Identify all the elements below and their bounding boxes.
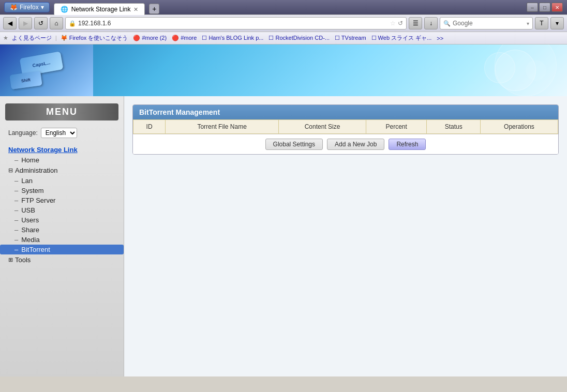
bittorrent-management-panel: BitTorrent Management ID Torrent File Na… xyxy=(132,104,559,155)
col-id: ID xyxy=(133,120,166,134)
col-operations: Operations xyxy=(480,120,558,134)
tab-title: Network Storage Link xyxy=(71,6,131,13)
main-area: MENU Language: English Network Storage L… xyxy=(0,96,567,376)
sidebar-toggle[interactable]: ▾ xyxy=(550,17,564,29)
refresh-button[interactable]: Refresh xyxy=(389,139,426,150)
sidebar-item-usb[interactable]: USB xyxy=(0,205,124,215)
bittorrent-title: BitTorrent Management xyxy=(133,105,558,119)
minimize-button[interactable]: – xyxy=(527,3,538,12)
navigation-bar: ◀ ▶ ↺ ⌂ 🔒 192.168.1.6 ☆ ↺ ☰ ↓ 🔍 Google ▾… xyxy=(0,14,567,32)
firefox-icon: 🦊 xyxy=(10,4,18,11)
menu-button[interactable]: T xyxy=(535,17,548,29)
col-torrent-file-name: Torrent File Name xyxy=(166,120,279,134)
firefox-label: Firefox xyxy=(20,4,39,11)
maximize-button[interactable]: □ xyxy=(539,3,550,12)
sidebar-section-administration[interactable]: Administration xyxy=(0,165,124,176)
close-button[interactable]: ✕ xyxy=(551,3,563,12)
address-bar[interactable]: 🔒 192.168.1.6 ☆ ↺ xyxy=(65,17,407,29)
bookmarks-bar: ★ よく見るページ | 🦊 Firefox を使いこなそう 🔴 #more (2… xyxy=(0,32,567,44)
sidebar-item-share[interactable]: Share xyxy=(0,225,124,235)
bookmark-3[interactable]: 🔴 #more (2) xyxy=(131,35,168,41)
col-percent: Percent xyxy=(366,120,427,134)
bookmark-2[interactable]: 🦊 Firefox を使いこなそう xyxy=(59,34,130,42)
header-banner: CapsL... Shift xyxy=(0,44,567,96)
search-placeholder: Google xyxy=(453,20,525,27)
sidebar-item-home[interactable]: Home xyxy=(0,155,124,165)
keyboard-image: CapsL... Shift xyxy=(0,44,93,96)
reload-small-icon[interactable]: ↺ xyxy=(398,20,403,27)
new-tab-button[interactable]: + xyxy=(149,4,159,14)
sidebar-item-lan[interactable]: Lan xyxy=(0,176,124,186)
language-label: Language: xyxy=(8,129,38,137)
bittorrent-table: ID Torrent File Name Content Size Percen… xyxy=(133,119,558,134)
dropdown-arrow: ▾ xyxy=(41,4,44,11)
bookmark-1[interactable]: よく見るページ xyxy=(10,34,53,42)
search-engine-icon: 🔍 xyxy=(443,20,451,27)
bookmark-5[interactable]: ☐ Ham's BLOG Link p... xyxy=(200,35,265,41)
col-content-size: Content Size xyxy=(279,120,366,134)
sidebar-item-users[interactable]: Users xyxy=(0,215,124,225)
bookmark-4[interactable]: 🔴 #more xyxy=(170,35,198,41)
sidebar: MENU Language: English Network Storage L… xyxy=(0,96,124,376)
tab-favicon: 🌐 xyxy=(61,6,68,13)
menu-header: MENU xyxy=(5,103,118,120)
titlebar: 🦊 Firefox ▾ 🌐 Network Storage Link ✕ + –… xyxy=(0,0,567,14)
tab-close-icon[interactable]: ✕ xyxy=(133,6,138,13)
firefox-menu-button[interactable]: 🦊 Firefox ▾ xyxy=(4,2,50,12)
sidebar-item-media[interactable]: Media xyxy=(0,235,124,245)
bookmarks-star: ★ xyxy=(3,35,8,41)
sidebar-item-system[interactable]: System xyxy=(0,186,124,195)
col-status: Status xyxy=(427,120,481,134)
active-tab[interactable]: 🌐 Network Storage Link ✕ xyxy=(54,3,145,15)
sidebar-item-bittorrent[interactable]: BitTorrent xyxy=(0,245,124,254)
bittorrent-footer: Global Settings Add a New Job Refresh xyxy=(133,134,558,154)
home-label: Home xyxy=(21,156,39,164)
shift-key: Shift xyxy=(9,71,42,89)
search-dropdown-icon[interactable]: ▾ xyxy=(527,21,529,26)
security-icon: 🔒 xyxy=(69,20,76,27)
sidebar-section-tools[interactable]: Tools xyxy=(0,254,124,265)
language-row: Language: English xyxy=(0,126,124,140)
add-new-job-button[interactable]: Add a New Job xyxy=(327,139,384,150)
bookmark-8[interactable]: ☐ Web スライス ギャ... xyxy=(370,34,434,42)
reload-button[interactable]: ↺ xyxy=(34,17,48,29)
table-header-row: ID Torrent File Name Content Size Percen… xyxy=(133,120,558,134)
bookmark-6[interactable]: ☐ RocketDivision CD-... xyxy=(267,35,331,41)
forward-button[interactable]: ▶ xyxy=(19,17,32,29)
search-bar[interactable]: 🔍 Google ▾ xyxy=(440,17,533,29)
language-select[interactable]: English xyxy=(41,128,77,138)
sidebar-item-ftp-server[interactable]: FTP Server xyxy=(0,195,124,205)
bookmark-7[interactable]: ☐ TVstream xyxy=(333,35,368,41)
home-button[interactable]: ⌂ xyxy=(50,17,63,29)
banner-decoration-4 xyxy=(526,60,546,81)
download-button[interactable]: ↓ xyxy=(424,17,438,29)
sidebar-link-network-storage[interactable]: Network Storage Link xyxy=(0,144,124,155)
bookmark-button[interactable]: ☰ xyxy=(409,17,422,29)
bookmark-more[interactable]: >> xyxy=(435,35,445,41)
back-button[interactable]: ◀ xyxy=(3,17,17,29)
banner-decoration-3 xyxy=(484,52,515,83)
star-icon[interactable]: ☆ xyxy=(390,20,396,27)
global-settings-button[interactable]: Global Settings xyxy=(265,139,323,150)
content-panel: BitTorrent Management ID Torrent File Na… xyxy=(124,96,567,376)
window-controls: – □ ✕ xyxy=(527,3,563,12)
address-text: 192.168.1.6 xyxy=(78,20,388,27)
